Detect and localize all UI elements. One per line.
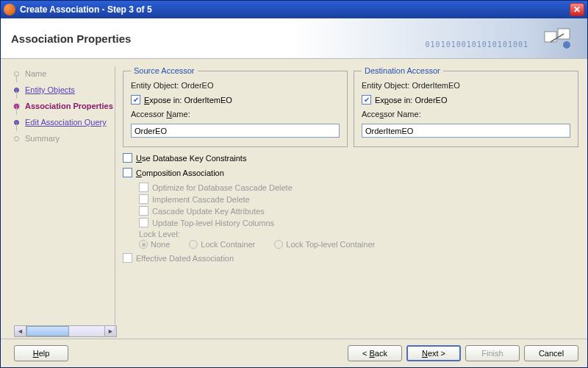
nav-label: Summary (25, 134, 60, 143)
svg-rect-0 (545, 32, 556, 42)
content-area: Name Entity Objects Association Properti… (1, 59, 587, 339)
cascade-update-checkbox (139, 206, 148, 216)
nav-dot-icon (14, 136, 19, 141)
svg-point-2 (563, 41, 570, 49)
optimize-cascade-checkbox (139, 183, 148, 192)
implement-cascade-label: Implement Cascade Delete (152, 195, 250, 204)
lock-container-label: Lock Container (201, 240, 255, 249)
nav-item-edit-association-query[interactable]: Edit Association Query (14, 118, 115, 127)
finish-button: Finish (465, 345, 520, 361)
titlebar: Create Association - Step 3 of 5 ✕ (1, 1, 587, 18)
nav-item-name[interactable]: Name (14, 69, 115, 78)
wizard-graphic-icon (543, 27, 574, 51)
lock-none-radio (139, 240, 148, 249)
composition-label: Composition Association (136, 169, 224, 177)
nav-label: Name (25, 69, 46, 78)
nav-label: Edit Association Query (25, 118, 107, 127)
decorative-binary: 01010100101010101001 (426, 40, 528, 49)
app-icon (4, 4, 15, 15)
effective-dated-checkbox (123, 253, 132, 263)
destination-expose-checkbox[interactable]: ✔ (362, 95, 371, 105)
nav-list: Name Entity Objects Association Properti… (14, 69, 115, 325)
source-legend: Source Accessor (131, 66, 198, 75)
cancel-button[interactable]: Cancel (524, 345, 578, 361)
scroll-track[interactable] (26, 326, 104, 336)
destination-entity-label: Entity Object: OrderItemEO (362, 81, 460, 90)
scroll-thumb[interactable] (26, 326, 69, 336)
lock-none-label: None (151, 240, 170, 249)
composition-checkbox[interactable] (123, 168, 132, 177)
effective-dated-label: Effective Dated Association (136, 254, 234, 263)
lock-top-label: Lock Top-level Container (286, 240, 375, 249)
source-accessor-group: Source Accessor Entity Object: OrderEO ✔… (123, 66, 348, 147)
source-expose-checkbox[interactable]: ✔ (131, 95, 140, 105)
destination-legend: Destination Accessor (362, 66, 443, 75)
nav-item-association-properties[interactable]: Association Properties (14, 102, 115, 110)
source-expose-label: Expose in: OrderItemEO (144, 96, 232, 105)
page-title: Association Properties (11, 32, 131, 45)
window-title: Create Association - Step 3 of 5 (20, 4, 570, 15)
use-db-key-label: Use Database Key Constraints (136, 154, 246, 163)
lock-top-radio (274, 240, 283, 249)
nav-item-entity-objects[interactable]: Entity Objects (14, 85, 115, 94)
scroll-left-icon[interactable]: ◄ (15, 326, 26, 336)
back-button[interactable]: < Back (348, 345, 402, 361)
source-accessor-name-label: Accessor Name: (131, 110, 190, 118)
wizard-window: Create Association - Step 3 of 5 ✕ Assoc… (0, 0, 588, 368)
nav-item-summary: Summary (14, 134, 115, 143)
header-panel: Association Properties 01010100101010101… (1, 18, 587, 59)
use-db-key-checkbox[interactable] (123, 153, 132, 163)
source-accessor-name-input[interactable] (131, 124, 340, 138)
destination-expose-label: Expose in: OrderEO (375, 96, 447, 105)
wizard-nav-sidebar: Name Entity Objects Association Properti… (1, 59, 115, 339)
composition-sub-options: Optimize for Database Cascade Delete Imp… (139, 183, 578, 227)
update-history-checkbox (139, 218, 148, 227)
nav-label: Entity Objects (25, 85, 75, 94)
nav-label: Association Properties (25, 102, 113, 110)
next-button[interactable]: Next > (406, 345, 461, 361)
close-button[interactable]: ✕ (570, 3, 584, 16)
source-entity-label: Entity Object: OrderEO (131, 81, 213, 90)
lock-level-group: None Lock Container Lock Top-level Conta… (139, 240, 578, 249)
close-icon: ✕ (573, 4, 581, 15)
main-panel: Source Accessor Entity Object: OrderEO ✔… (115, 59, 587, 339)
implement-cascade-checkbox (139, 194, 148, 204)
lock-level-label: Lock Level: (139, 230, 578, 238)
destination-accessor-name-input[interactable] (362, 124, 570, 138)
help-button[interactable]: Help (14, 345, 68, 361)
update-history-label: Update Top-level History Columns (152, 219, 274, 227)
footer: Help < Back Next > Finish Cancel (1, 339, 587, 367)
cascade-update-label: Cascade Update Key Attributes (152, 207, 265, 216)
lock-container-radio (189, 240, 198, 249)
destination-accessor-name-label: Accessor Name: (362, 110, 421, 118)
sidebar-scrollbar[interactable]: ◄ ► (14, 325, 117, 337)
optimize-cascade-label: Optimize for Database Cascade Delete (152, 183, 293, 192)
destination-accessor-group: Destination Accessor Entity Object: Orde… (354, 66, 578, 147)
